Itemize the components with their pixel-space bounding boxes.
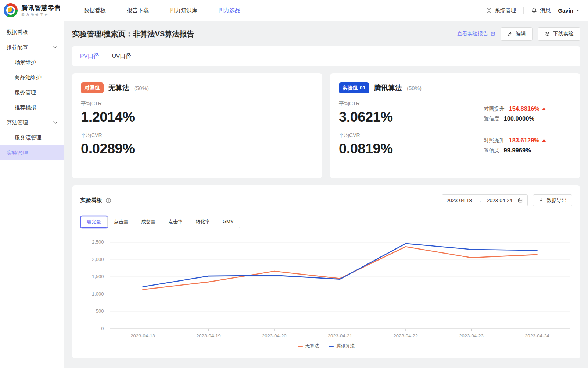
chart-legend: 无算法腾讯算法 [80, 343, 572, 349]
x-tick-label: 2023-04-23 [459, 333, 484, 339]
x-tick-label: 2023-04-22 [394, 333, 418, 339]
sidebar-item-product-pool-maintain[interactable]: 商品池维护 [0, 70, 64, 85]
edit-button[interactable]: 编辑 [501, 27, 533, 41]
brand-subtitle: 四力增长平台 [21, 13, 61, 17]
lift-label: 对照提升 [484, 104, 505, 114]
pencil-icon [507, 31, 513, 37]
sidebar-item-service-flow-manage[interactable]: 服务流管理 [0, 130, 64, 145]
confidence-value: 99.9969% [504, 145, 531, 155]
line-chart: 05001,0001,5002,0002,5002023-04-182023-0… [80, 234, 572, 342]
metric-label: 平均CVR [81, 132, 313, 139]
sidebar-item-label: 服务管理 [15, 89, 36, 96]
nav-item-product-selection[interactable]: 四力选品 [218, 7, 240, 14]
data-export-label: 数据导出 [547, 197, 567, 204]
date-range-picker[interactable]: 2023-04-18 → 2023-04-24 [442, 194, 528, 206]
sidebar-item-scene-maintain[interactable]: 场景维护 [0, 55, 64, 70]
legend-label: 无算法 [305, 343, 319, 349]
tab-pv-caliber[interactable]: PV口径 [80, 52, 99, 60]
sidebar-item-algorithm-manage[interactable]: 算法管理 [0, 115, 64, 130]
scope-tabs-card: PV口径UV口径 [72, 46, 580, 66]
system-settings-button[interactable]: 系统管理 [486, 7, 516, 14]
lift-value: 154.8816% [509, 104, 540, 114]
metric-tab-gmv[interactable]: GMV [216, 216, 240, 228]
control-group-card: 对照组 无算法 (50%) 平均CTR 1.2014% 平均CVR 0.0289… [72, 73, 322, 178]
edit-label: 编辑 [516, 31, 526, 37]
metric-tab-exposure[interactable]: 曝光量 [80, 216, 108, 228]
dashboard-title: 实验看板 [80, 197, 102, 204]
main-content: 实验管理/搜索页：非算法VS算法报告 查看实验报告 [64, 21, 588, 368]
experiment-group-badge: 实验组-01 [339, 82, 369, 93]
nav-item-data-dashboard[interactable]: 数据看板 [84, 7, 106, 14]
page-title: 实验管理/搜索页：非算法VS算法报告 [72, 29, 194, 39]
nav-item-knowledge-base[interactable]: 四力知识库 [170, 7, 197, 14]
y-tick-label: 2,000 [92, 257, 104, 262]
metric-tab-ctr[interactable]: 点击率 [162, 216, 189, 228]
top-header: 腾讯智慧零售 四力增长平台 数据看板报告下载四力知识库四力选品 系统管理 消息 … [0, 0, 588, 21]
data-export-button[interactable]: 数据导出 [533, 194, 572, 206]
metric-value: 1.2014% [81, 110, 313, 125]
chevron-down-icon [53, 121, 57, 124]
user-name: Gavin [558, 7, 573, 14]
offline-experiment-button[interactable]: 下线实验 [538, 27, 580, 41]
sidebar-item-data-dashboard[interactable]: 数据看板 [0, 25, 64, 40]
sidebar-item-service-manage[interactable]: 服务管理 [0, 85, 64, 100]
control-group-badge: 对照组 [81, 82, 104, 93]
brand-block: 腾讯智慧零售 四力增长平台 [21, 4, 61, 17]
metric-tab-clicks[interactable]: 点击量 [108, 216, 135, 228]
metric-tab-transactions[interactable]: 成交量 [135, 216, 162, 228]
sidebar-item-label: 服务流管理 [15, 134, 42, 141]
y-tick-label: 500 [96, 309, 104, 314]
calendar-icon [517, 198, 523, 203]
offline-experiment-label: 下线实验 [553, 31, 574, 37]
metric-tabs: 曝光量点击量成交量点击率转化率GMV [80, 216, 240, 228]
view-report-link[interactable]: 查看实验报告 [457, 31, 495, 37]
metric-tab-cvr[interactable]: 转化率 [189, 216, 216, 228]
confidence-label: 置信度 [484, 114, 499, 124]
legend-label: 腾讯算法 [336, 343, 355, 349]
gear-icon [486, 7, 492, 14]
sidebar-item-label: 场景维护 [15, 59, 36, 66]
sidebar-item-label: 实验管理 [7, 149, 28, 156]
x-tick-label: 2023-04-21 [328, 333, 352, 339]
lift-label: 对照提升 [484, 135, 505, 145]
sidebar: 数据看板推荐配置场景维护商品池维护服务管理推荐模拟算法管理服务流管理实验管理 [0, 21, 64, 368]
sidebar-item-experiment-manage[interactable]: 实验管理 [0, 145, 64, 160]
y-tick-label: 1,000 [92, 291, 104, 297]
experiment-group-card: 实验组-01 腾讯算法 (50%) 平均CTR 3.0621% 对照提升 154… [330, 73, 580, 178]
sidebar-item-recommend-config[interactable]: 推荐配置 [0, 40, 64, 55]
metric-value: 0.0289% [81, 141, 313, 157]
control-group-ratio: (50%) [134, 85, 149, 91]
nav-item-report-download[interactable]: 报告下载 [127, 7, 149, 14]
x-tick-label: 2023-04-19 [196, 333, 221, 339]
metric-label: 平均CVR [339, 132, 393, 139]
legend-item-0[interactable]: 无算法 [298, 343, 319, 349]
help-icon[interactable] [105, 198, 111, 204]
top-nav: 数据看板报告下载四力知识库四力选品 [84, 7, 240, 14]
series-line-1 [143, 244, 537, 287]
legend-item-1[interactable]: 腾讯算法 [329, 343, 355, 349]
sidebar-item-recommend-simulate[interactable]: 推荐模拟 [0, 100, 64, 115]
brand-logo-icon [4, 3, 18, 17]
experiment-group-name: 腾讯算法 [374, 83, 402, 93]
metric-value: 0.0819% [339, 141, 393, 157]
messages-label: 消息 [540, 7, 551, 14]
metric-label: 平均CTR [81, 100, 313, 107]
metric-label: 平均CTR [339, 100, 393, 107]
lift-value: 183.6129% [509, 135, 540, 145]
y-tick-label: 2,500 [92, 240, 104, 245]
sidebar-item-label: 商品池维护 [15, 74, 42, 81]
bell-icon [531, 7, 537, 14]
tab-uv-caliber[interactable]: UV口径 [112, 52, 132, 60]
x-tick-label: 2023-04-18 [130, 333, 155, 339]
control-group-name: 无算法 [108, 83, 129, 93]
messages-button[interactable]: 消息 [531, 7, 551, 14]
chevron-down-icon [53, 46, 57, 49]
brand-name: 腾讯智慧零售 [21, 4, 61, 12]
user-menu[interactable]: Gavin [558, 7, 579, 14]
sidebar-item-label: 推荐模拟 [15, 104, 36, 111]
confidence-label: 置信度 [484, 145, 499, 155]
triangle-up-icon [542, 107, 546, 110]
date-from: 2023-04-18 [447, 198, 472, 203]
y-tick-label: 0 [101, 326, 104, 332]
legend-marker-icon [298, 346, 303, 347]
